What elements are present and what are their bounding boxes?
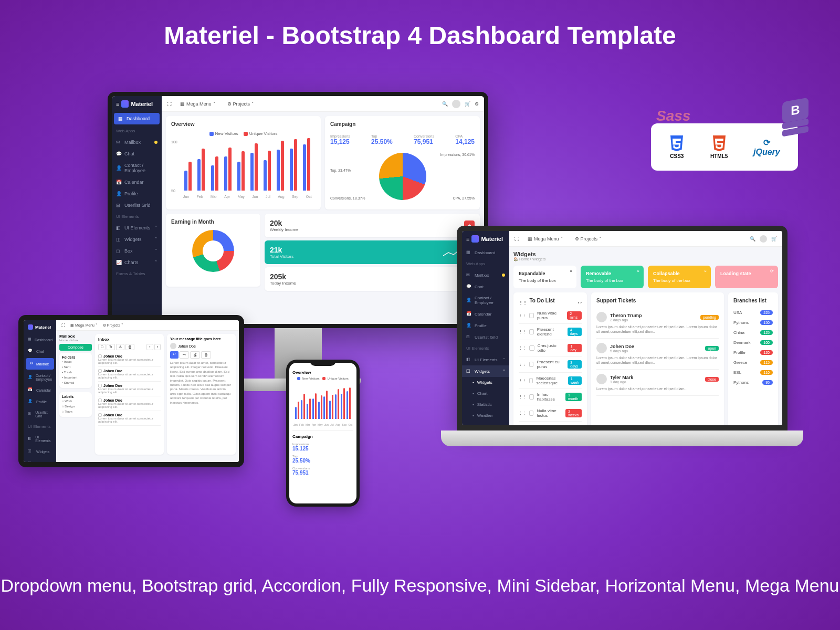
- card-controls[interactable]: ‹ ›: [578, 300, 582, 305]
- nav-ui-elements[interactable]: ◧UI Elements˅: [112, 222, 162, 234]
- toolbar-btn[interactable]: 🗑: [125, 344, 134, 350]
- checkbox[interactable]: [529, 313, 534, 318]
- branch-item[interactable]: Denmark100: [733, 338, 773, 348]
- nav-widgets[interactable]: ◫Widgets˅: [462, 365, 509, 377]
- nav-ui-elements[interactable]: ◧UI Elements: [24, 432, 56, 446]
- nav-sub-statistic[interactable]: •Statistic: [462, 399, 509, 410]
- nav-calendar[interactable]: 📅Calendar: [112, 176, 162, 188]
- avatar[interactable]: [452, 100, 460, 108]
- checkbox[interactable]: [529, 329, 534, 334]
- brand[interactable]: ≡Materiel: [112, 96, 162, 112]
- folder-item[interactable]: • Important: [62, 375, 89, 380]
- cart-icon[interactable]: 🛒: [465, 101, 470, 107]
- brand[interactable]: Materiel: [24, 320, 56, 334]
- nav-box[interactable]: ◻Box˅: [112, 245, 162, 257]
- nav-mailbox[interactable]: ✉Mailbox: [26, 358, 54, 370]
- nav-contact[interactable]: 👤Contact / Employee: [462, 292, 509, 308]
- toolbar-btn[interactable]: ↻: [107, 344, 115, 350]
- nav-chat[interactable]: 💬Chat: [462, 281, 509, 292]
- nav-charts[interactable]: 📈Charts˅: [112, 257, 162, 268]
- mail-item[interactable]: Johen DoeLorem ipsum dolor sit amet cons…: [98, 382, 161, 396]
- fullscreen-icon[interactable]: ⛶: [61, 323, 65, 327]
- nav-widgets[interactable]: ◫Widgets˅: [112, 234, 162, 245]
- todo-item[interactable]: ⋮⋮Cras justo odio1 day: [519, 340, 582, 356]
- mail-item[interactable]: Johen DoeLorem ipsum dolor sit amet cons…: [98, 396, 161, 411]
- drag-icon[interactable]: ⋮⋮: [519, 379, 526, 383]
- checkbox[interactable]: [529, 345, 534, 351]
- nav-userlist[interactable]: ⊞Userlist Grid: [112, 200, 162, 211]
- nav-sub-chart[interactable]: •Chart: [462, 388, 509, 399]
- folder-item[interactable]: • Inbox: [62, 359, 89, 364]
- nav-chat[interactable]: 💬Chat: [112, 148, 162, 160]
- nav-profile[interactable]: 👤Profile: [112, 188, 162, 200]
- nav-widgets[interactable]: ◫Widgets: [24, 446, 56, 457]
- drag-icon[interactable]: ⋮⋮: [519, 395, 526, 399]
- ticket-item[interactable]: Johen Doe5 days agoopenLorem ipsum dolor…: [596, 339, 719, 370]
- nav-calendar[interactable]: 📅Calendar: [462, 308, 509, 320]
- brand[interactable]: ≡Materiel: [462, 231, 509, 247]
- drag-icon[interactable]: ⋮⋮: [519, 362, 526, 366]
- gear-icon[interactable]: ⚙: [475, 101, 479, 107]
- toolbar-btn[interactable]: ⚠: [116, 344, 124, 350]
- folder-item[interactable]: • Trash: [62, 370, 89, 375]
- todo-item[interactable]: ⋮⋮Nulla vitae purus2 mins: [519, 308, 582, 324]
- nav-dashboard[interactable]: ▦Dashboard: [24, 334, 56, 345]
- mail-item[interactable]: Johen DoeLorem ipsum dolor sit amet cons…: [98, 367, 161, 382]
- branch-item[interactable]: Profile120: [733, 348, 773, 358]
- avatar[interactable]: [760, 235, 767, 243]
- todo-item[interactable]: ⋮⋮In hac habitasse1 month: [519, 389, 582, 405]
- nav-contact[interactable]: 👤Contact / Employee: [24, 371, 56, 384]
- next-button[interactable]: ›: [154, 344, 161, 350]
- nav-profile[interactable]: 👤Profile: [24, 396, 56, 407]
- ticket-item[interactable]: Tyler Mark1 day agocloseLorem ipsum dolo…: [596, 370, 719, 396]
- search-icon[interactable]: 🔍: [442, 101, 448, 107]
- menu-icon[interactable]: ≡: [466, 236, 469, 242]
- drag-icon[interactable]: ⋮⋮: [519, 330, 526, 334]
- prev-button[interactable]: ‹: [146, 344, 153, 350]
- checkbox[interactable]: [529, 394, 534, 400]
- forward-button[interactable]: ↪: [180, 351, 189, 359]
- fullscreen-icon[interactable]: ⛶: [167, 101, 172, 107]
- nav-sub-weather[interactable]: •Weather: [462, 410, 509, 421]
- mail-item[interactable]: Johen DoeLorem ipsum dolor sit amet cons…: [98, 352, 161, 367]
- label-item[interactable]: ○ Work: [62, 398, 89, 404]
- branch-item[interactable]: Pythons150: [733, 318, 773, 328]
- mega-menu-dropdown[interactable]: ▦Mega Menu ˅: [177, 100, 219, 108]
- todo-item[interactable]: ⋮⋮Nulla vitae lectus2 weeks: [519, 405, 582, 422]
- checkbox[interactable]: [529, 378, 533, 383]
- nav-contact[interactable]: 👤Contact / Employee: [112, 160, 162, 176]
- todo-item[interactable]: ⋮⋮Praesent eleifend4 days: [519, 324, 582, 340]
- print-button[interactable]: 🖨: [190, 351, 200, 359]
- delete-button[interactable]: 🗑: [201, 351, 211, 359]
- drag-icon[interactable]: ⋮⋮: [519, 300, 527, 305]
- close-icon[interactable]: ⟳: [770, 269, 774, 274]
- checkbox[interactable]: [529, 362, 533, 367]
- nav-mailbox[interactable]: ✉Mailbox: [112, 136, 162, 148]
- drag-icon[interactable]: ⋮⋮: [519, 313, 526, 318]
- nav-sub-widgets[interactable]: •Widgets: [462, 377, 509, 388]
- mail-item[interactable]: Johen DoeLorem ipsum dolor sit amet cons…: [98, 411, 161, 426]
- mega-menu-dropdown[interactable]: ▦ Mega Menu ˅: [70, 323, 98, 328]
- branch-item[interactable]: Pythons95: [733, 377, 773, 387]
- nav-userlist[interactable]: ⊞Userlist Grid: [24, 407, 56, 421]
- menu-icon[interactable]: ≡: [116, 101, 119, 107]
- nav-calendar[interactable]: 📅Calendar: [24, 384, 56, 396]
- nav-dashboard[interactable]: ▦Dashboard: [114, 113, 160, 124]
- todo-item[interactable]: ⋮⋮Praesent eu purus3 days: [519, 356, 582, 373]
- label-item[interactable]: ○ Team: [62, 409, 89, 414]
- folder-item[interactable]: • Starred: [62, 380, 89, 385]
- folder-item[interactable]: • Sent: [62, 364, 89, 370]
- compose-button[interactable]: Compose: [59, 344, 92, 351]
- branch-item[interactable]: ESL110: [733, 368, 773, 377]
- todo-item[interactable]: ⋮⋮Maecenas scelerisque1 week: [519, 373, 582, 389]
- drag-icon[interactable]: ⋮⋮: [519, 411, 526, 415]
- branch-item[interactable]: China125: [733, 328, 773, 338]
- branch-item[interactable]: Greece115: [733, 358, 773, 368]
- search-icon[interactable]: 🔍: [750, 236, 755, 242]
- checkbox[interactable]: [529, 411, 533, 416]
- toolbar-btn[interactable]: □: [98, 344, 106, 350]
- close-icon[interactable]: ×: [570, 269, 572, 274]
- nav-userlist[interactable]: ⊞Userlist Grid: [462, 331, 509, 343]
- projects-dropdown[interactable]: ⚙Projects ˅: [224, 100, 258, 108]
- reply-button[interactable]: ↩: [170, 351, 178, 359]
